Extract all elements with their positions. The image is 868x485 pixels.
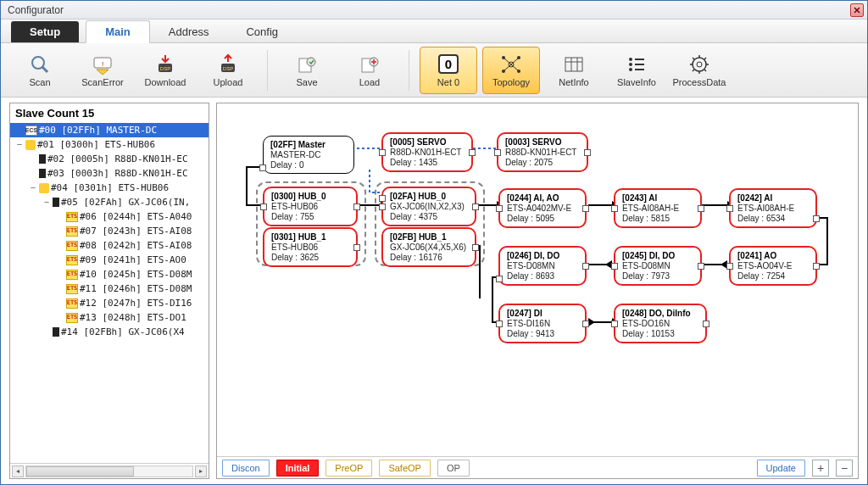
tool-save[interactable]: Save bbox=[278, 47, 336, 94]
state-discon[interactable]: Discon bbox=[222, 460, 270, 477]
expand-icon[interactable]: − bbox=[29, 181, 37, 195]
tree-label: #05 [02FAh] GX-JC06(IN, bbox=[61, 195, 190, 209]
close-icon[interactable] bbox=[850, 3, 864, 17]
ets-icon: ETS bbox=[66, 212, 78, 222]
tree-row[interactable]: ETS #10 [0245h] ETS-D08M bbox=[10, 267, 209, 282]
tree-label: #13 [0248h] ETS-DO1 bbox=[80, 310, 186, 325]
netinfo-icon bbox=[562, 53, 586, 75]
hub-icon bbox=[25, 140, 36, 150]
tree-label: #07 [0243h] ETS-AI08 bbox=[80, 224, 192, 238]
tool-topology[interactable]: Topology bbox=[482, 47, 540, 94]
ets-icon: ETS bbox=[66, 313, 78, 323]
tree-label: #06 [0244h] ETS-A040 bbox=[80, 209, 192, 224]
tree-row[interactable]: ETS #11 [0246h] ETS-D08M bbox=[10, 282, 209, 296]
state-safeop[interactable]: SafeOP bbox=[379, 460, 431, 477]
node-0247[interactable]: [0247] DI ETS-DI16N Delay : 9413 bbox=[498, 304, 587, 343]
tree-row[interactable]: #03 [0003h] R88D-KN01H-EC bbox=[10, 166, 209, 181]
node-title: [0244] AI, AO bbox=[507, 193, 578, 203]
tool-upload[interactable]: DSP Upload bbox=[199, 47, 257, 94]
port-icon bbox=[813, 263, 820, 270]
scrollbar-track[interactable] bbox=[25, 465, 193, 477]
expand-icon[interactable]: − bbox=[15, 137, 24, 152]
tab-address[interactable]: Address bbox=[150, 21, 228, 42]
node-sub: Delay : 16176 bbox=[390, 253, 468, 263]
node-sub: ETS-A0402MV-E bbox=[507, 203, 578, 214]
node-0242[interactable]: [0242] AI ETS-AI08AH-E Delay : 6534 bbox=[729, 188, 817, 228]
scroll-left-icon[interactable]: ◂ bbox=[12, 465, 24, 477]
tree-body[interactable]: ECS #00 [02FFh] MASTER-DC− #01 [0300h] E… bbox=[10, 123, 209, 463]
node-sub: Delay : 10153 bbox=[622, 329, 698, 339]
tree-row[interactable]: − #01 [0300h] ETS-HUB06 bbox=[10, 137, 209, 152]
tree-row[interactable]: ETS #09 [0241h] ETS-AO0 bbox=[10, 253, 209, 267]
node-title: [0301] HUB_1 bbox=[271, 232, 349, 242]
node-sub: Delay : 9413 bbox=[507, 329, 578, 339]
node-0244[interactable]: [0244] AI, AO ETS-A0402MV-E Delay : 5095 bbox=[498, 188, 587, 228]
tool-download[interactable]: DSP Download bbox=[136, 47, 194, 94]
tree-row[interactable]: #02 [0005h] R88D-KN01H-EC bbox=[10, 152, 209, 166]
content: Slave Count 15 ECS #00 [02FFh] MASTER-DC… bbox=[1, 98, 867, 484]
node-0241[interactable]: [0241] AO ETS-AO04V-E Delay : 7254 bbox=[729, 246, 817, 286]
tool-label: Load bbox=[359, 77, 380, 87]
expand-icon[interactable]: − bbox=[42, 195, 51, 209]
tool-net0[interactable]: 0 Net 0 bbox=[420, 47, 477, 94]
zoom-in-button[interactable]: + bbox=[812, 460, 829, 477]
port-icon bbox=[494, 149, 501, 156]
tree-row[interactable]: ECS #00 [02FFh] MASTER-DC bbox=[10, 123, 209, 137]
port-icon bbox=[582, 205, 589, 212]
node-servo5[interactable]: [0005] SERVO R88D-KN01H-ECT Delay : 1435 bbox=[381, 132, 473, 172]
tool-slaveinfo[interactable]: SlaveInfo bbox=[608, 47, 665, 94]
zoom-out-button[interactable]: − bbox=[836, 460, 853, 477]
tree-row[interactable]: ETS #06 [0244h] ETS-A040 bbox=[10, 209, 209, 224]
state-initial[interactable]: Initial bbox=[276, 460, 320, 477]
node-sub: ETS-DO16N bbox=[622, 319, 698, 329]
svg-line-18 bbox=[511, 58, 519, 64]
node-sub: Delay : 1435 bbox=[390, 158, 465, 168]
update-button[interactable]: Update bbox=[757, 460, 805, 477]
tree-label: #09 [0241h] ETS-AO0 bbox=[80, 253, 186, 267]
tool-load[interactable]: Load bbox=[341, 47, 398, 94]
ets-icon: ETS bbox=[66, 226, 78, 237]
tree-row[interactable]: − #04 [0301h] ETS-HUB06 bbox=[10, 181, 209, 195]
tool-netinfo[interactable]: NetInfo bbox=[545, 47, 603, 94]
state-op[interactable]: OP bbox=[437, 460, 470, 477]
scroll-right-icon[interactable]: ▸ bbox=[195, 465, 207, 477]
svg-rect-21 bbox=[565, 58, 582, 71]
node-fbhub1[interactable]: [02FB] HUB_1 GX-JC06(X4,X5,X6) Delay : 1… bbox=[381, 227, 476, 267]
topology-canvas[interactable]: [02FF] Master MASTER-DC Delay : 0 [0300]… bbox=[217, 103, 858, 456]
tool-label: Scan bbox=[29, 77, 50, 87]
tree-row[interactable]: ETS #12 [0247h] ETS-DI16 bbox=[10, 296, 209, 310]
node-0246[interactable]: [0246] DI, DO ETS-D08MN Delay : 8693 bbox=[498, 246, 587, 286]
tree-row[interactable]: #14 [02FBh] GX-JC06(X4 bbox=[10, 325, 209, 339]
tab-main[interactable]: Main bbox=[86, 20, 150, 43]
tab-setup[interactable]: Setup bbox=[11, 21, 79, 42]
node-sub: R88D-KN01H-ECT bbox=[505, 148, 580, 158]
tool-scanerror[interactable]: ! ScanError bbox=[74, 47, 131, 94]
tree-label: #04 [0301h] ETS-HUB06 bbox=[51, 181, 169, 195]
tree-row[interactable]: ETS #07 [0243h] ETS-AI08 bbox=[10, 224, 209, 238]
tree-row[interactable]: ETS #08 [0242h] ETS-AI08 bbox=[10, 238, 209, 253]
node-0248[interactable]: [0248] DO, DiInfo ETS-DO16N Delay : 1015… bbox=[614, 304, 707, 343]
node-hub1[interactable]: [0301] HUB_1 ETS-HUB06 Delay : 3625 bbox=[263, 227, 358, 267]
tool-processdata[interactable]: ProcessData bbox=[670, 47, 728, 94]
node-0243[interactable]: [0243] AI ETS-AI08AH-E Delay : 5815 bbox=[614, 188, 702, 228]
node-sub: ETS-DI16N bbox=[507, 319, 578, 329]
tree-row[interactable]: − #05 [02FAh] GX-JC06(IN, bbox=[10, 195, 209, 209]
port-icon bbox=[611, 263, 618, 270]
tree-label: #08 [0242h] ETS-AI08 bbox=[80, 238, 192, 253]
node-fahub0[interactable]: [02FA] HUB_0 GX-JC06(IN,X2,X3) Delay : 4… bbox=[381, 187, 476, 226]
tab-config[interactable]: Config bbox=[227, 21, 297, 42]
port-icon bbox=[353, 244, 360, 251]
tree-row[interactable]: ETS #13 [0248h] ETS-DO1 bbox=[10, 310, 209, 325]
node-title: [02FF] Master bbox=[270, 140, 347, 150]
node-master[interactable]: [02FF] Master MASTER-DC Delay : 0 bbox=[263, 136, 354, 174]
state-preop[interactable]: PreOP bbox=[326, 460, 372, 477]
box-icon bbox=[53, 327, 59, 337]
node-servo3[interactable]: [0003] SERVO R88D-KN01H-ECT Delay : 2075 bbox=[497, 132, 588, 172]
tool-scan[interactable]: Scan bbox=[11, 47, 69, 94]
scrollbar-thumb[interactable] bbox=[26, 466, 134, 477]
tree-scrollbar[interactable]: ◂ ▸ bbox=[10, 463, 209, 478]
load-icon bbox=[358, 53, 381, 75]
ecs-icon: ECS bbox=[25, 125, 37, 136]
node-hub0[interactable]: [0300] HUB_0 ETS-HUB06 Delay : 755 bbox=[263, 187, 358, 226]
node-0245[interactable]: [0245] DI, DO ETS-D08MN Delay : 7973 bbox=[614, 246, 702, 286]
